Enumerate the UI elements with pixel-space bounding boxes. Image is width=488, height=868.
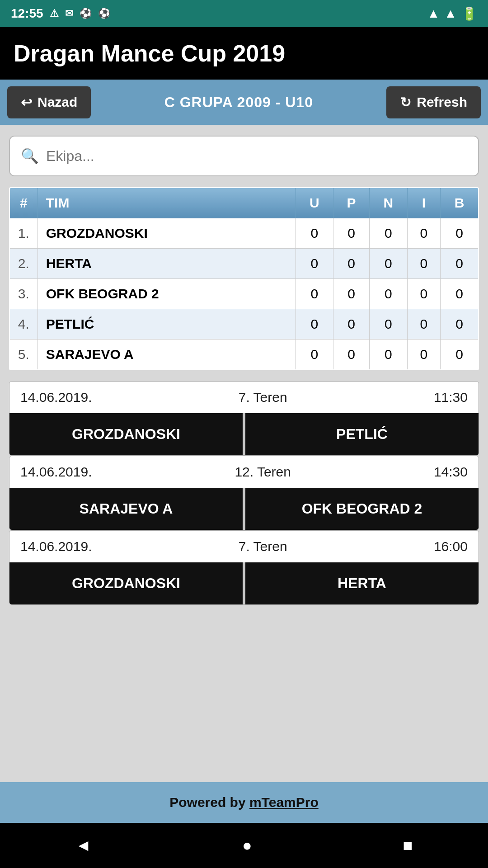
team-name-cell: HERTA xyxy=(38,249,296,279)
table-header-u: U xyxy=(296,188,333,218)
table-row: 1. GROZDANOSKI 0 0 0 0 0 xyxy=(9,218,479,249)
away-team-button[interactable]: HERTA xyxy=(245,562,479,604)
bottom-recent-icon: ■ xyxy=(403,836,413,854)
table-row: 5. SARAJEVO A 0 0 0 0 0 xyxy=(9,340,479,370)
n-cell: 0 xyxy=(370,249,407,279)
i-cell: 0 xyxy=(407,279,441,309)
search-icon: 🔍 xyxy=(21,147,39,165)
match-date: 14.06.2019. xyxy=(20,390,92,405)
soccer-icon-2: ⚽ xyxy=(98,8,110,19)
b-cell: 0 xyxy=(441,249,479,279)
i-cell: 0 xyxy=(407,340,441,370)
p-cell: 0 xyxy=(333,309,370,340)
home-team-button[interactable]: GROZDANOSKI xyxy=(9,562,243,604)
bottom-home-button[interactable]: ● xyxy=(224,829,270,862)
match-teams: GROZDANOSKI PETLIĆ xyxy=(9,413,479,455)
table-header-p: P xyxy=(333,188,370,218)
table-header-rank: # xyxy=(9,188,38,218)
search-input[interactable] xyxy=(46,148,467,165)
match-info: 14.06.2019. 12. Teren 14:30 xyxy=(9,456,479,488)
match-date: 14.06.2019. xyxy=(20,464,92,480)
match-teams: SARAJEVO A OFK BEOGRAD 2 xyxy=(9,488,479,530)
warning-icon: ⚠ xyxy=(50,8,59,19)
match-time: 11:30 xyxy=(434,390,468,405)
table-header-i: I xyxy=(407,188,441,218)
p-cell: 0 xyxy=(333,249,370,279)
b-cell: 0 xyxy=(441,218,479,249)
status-time: 12:55 xyxy=(11,6,43,21)
table-row: 3. OFK BEOGRAD 2 0 0 0 0 0 xyxy=(9,279,479,309)
table-row: 2. HERTA 0 0 0 0 0 xyxy=(9,249,479,279)
b-cell: 0 xyxy=(441,340,479,370)
match-time: 14:30 xyxy=(434,464,468,480)
match-card: 14.06.2019. 7. Teren 16:00 GROZDANOSKI H… xyxy=(9,530,479,605)
rank-cell: 5. xyxy=(9,340,38,370)
match-card: 14.06.2019. 12. Teren 14:30 SARAJEVO A O… xyxy=(9,456,479,530)
content-area: 🔍 # TIM U P N I B 1. GROZDANOSKI 0 0 0 0… xyxy=(0,125,488,782)
soccer-icon-1: ⚽ xyxy=(80,8,92,19)
table-row: 4. PETLIĆ 0 0 0 0 0 xyxy=(9,309,479,340)
n-cell: 0 xyxy=(370,279,407,309)
team-name-cell: GROZDANOSKI xyxy=(38,218,296,249)
match-time: 16:00 xyxy=(434,539,468,554)
rank-cell: 1. xyxy=(9,218,38,249)
match-venue: 7. Teren xyxy=(239,539,287,554)
p-cell: 0 xyxy=(333,340,370,370)
footer-powered-by: Powered by xyxy=(169,795,249,810)
match-venue: 7. Teren xyxy=(239,390,287,405)
rank-cell: 3. xyxy=(9,279,38,309)
u-cell: 0 xyxy=(296,218,333,249)
app-title: Dragan Mance Cup 2019 xyxy=(14,40,285,66)
b-cell: 0 xyxy=(441,309,479,340)
table-header-team: TIM xyxy=(38,188,296,218)
rank-cell: 2. xyxy=(9,249,38,279)
bottom-home-icon: ● xyxy=(242,836,252,854)
away-team-button[interactable]: PETLIĆ xyxy=(245,413,479,455)
bottom-nav: ◄ ● ■ xyxy=(0,823,488,868)
nav-center-title: C GRUPA 2009 - U10 xyxy=(164,94,313,111)
back-label: Nazad xyxy=(38,94,77,110)
nav-bar: ↩ Nazad C GRUPA 2009 - U10 ↻ Refresh xyxy=(0,80,488,125)
match-card: 14.06.2019. 7. Teren 11:30 GROZDANOSKI P… xyxy=(9,381,479,456)
team-name-cell: PETLIĆ xyxy=(38,309,296,340)
team-name-cell: OFK BEOGRAD 2 xyxy=(38,279,296,309)
u-cell: 0 xyxy=(296,309,333,340)
i-cell: 0 xyxy=(407,249,441,279)
bottom-recent-button[interactable]: ■ xyxy=(385,829,431,862)
battery-icon: 🔋 xyxy=(461,6,477,21)
match-info: 14.06.2019. 7. Teren 16:00 xyxy=(9,531,479,562)
wifi-icon: ▲ xyxy=(427,6,440,21)
match-info: 14.06.2019. 7. Teren 11:30 xyxy=(9,382,479,413)
u-cell: 0 xyxy=(296,249,333,279)
u-cell: 0 xyxy=(296,279,333,309)
bottom-back-button[interactable]: ◄ xyxy=(57,829,110,862)
n-cell: 0 xyxy=(370,309,407,340)
match-date: 14.06.2019. xyxy=(20,539,92,554)
email-icon: ✉ xyxy=(65,8,73,19)
n-cell: 0 xyxy=(370,340,407,370)
u-cell: 0 xyxy=(296,340,333,370)
p-cell: 0 xyxy=(333,218,370,249)
refresh-label: Refresh xyxy=(417,94,467,110)
footer-link[interactable]: mTeamPro xyxy=(249,795,319,810)
rank-cell: 4. xyxy=(9,309,38,340)
back-icon: ↩ xyxy=(21,94,32,110)
footer: Powered by mTeamPro xyxy=(0,782,488,823)
status-bar: 12:55 ⚠ ✉ ⚽ ⚽ ▲ ▲ 🔋 xyxy=(0,0,488,27)
signal-icon: ▲ xyxy=(444,6,457,21)
p-cell: 0 xyxy=(333,279,370,309)
team-name-cell: SARAJEVO A xyxy=(38,340,296,370)
n-cell: 0 xyxy=(370,218,407,249)
home-team-button[interactable]: GROZDANOSKI xyxy=(9,413,243,455)
table-header-n: N xyxy=(370,188,407,218)
refresh-button[interactable]: ↻ Refresh xyxy=(386,86,481,118)
match-venue: 12. Teren xyxy=(235,464,291,480)
bottom-back-icon: ◄ xyxy=(75,836,92,854)
back-button[interactable]: ↩ Nazad xyxy=(7,86,91,118)
home-team-button[interactable]: SARAJEVO A xyxy=(9,488,243,530)
i-cell: 0 xyxy=(407,309,441,340)
b-cell: 0 xyxy=(441,279,479,309)
standings-table: # TIM U P N I B 1. GROZDANOSKI 0 0 0 0 0… xyxy=(9,187,479,370)
away-team-button[interactable]: OFK BEOGRAD 2 xyxy=(245,488,479,530)
match-teams: GROZDANOSKI HERTA xyxy=(9,562,479,604)
